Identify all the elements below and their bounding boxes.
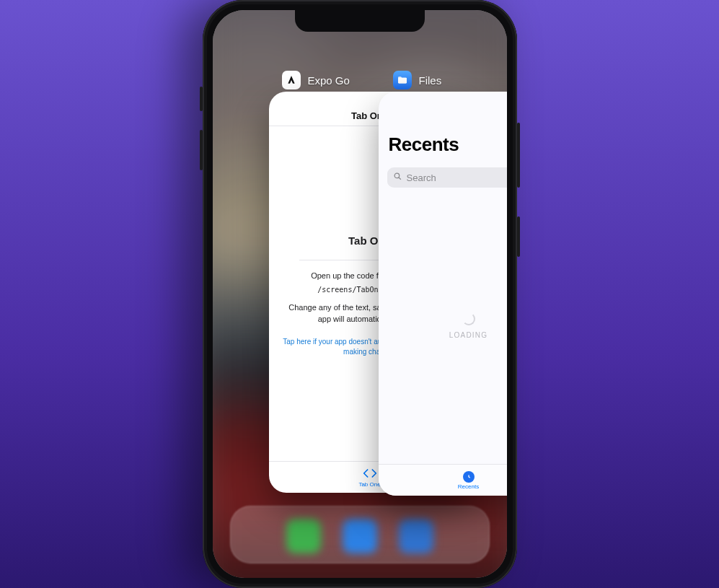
side-button [517, 216, 520, 257]
files-header: Recents [379, 92, 507, 162]
phone-screen: Expo Go Files Tab One Tab One Open up th… [213, 10, 507, 578]
app-switcher-label-text: Expo Go [308, 74, 350, 87]
svg-point-1 [394, 173, 400, 178]
search-icon [393, 172, 402, 183]
files-body: LOADING [379, 188, 507, 464]
app-card-files[interactable]: Recents Search LOADING Recents [379, 92, 507, 496]
files-search-field[interactable]: Search [387, 167, 507, 188]
mute-switch [200, 87, 203, 111]
files-loading-label: LOADING [449, 331, 488, 339]
app-switcher-label-expo[interactable]: Expo Go [282, 71, 350, 89]
app-switcher-label-text: Files [419, 74, 442, 87]
files-search-placeholder: Search [407, 172, 436, 183]
app-switcher[interactable]: Expo Go Files Tab One Tab One Open up th… [213, 10, 507, 578]
files-tab-label[interactable]: Recents [458, 483, 479, 490]
files-title: Recents [389, 133, 507, 156]
app-switcher-label-files[interactable]: Files [393, 71, 442, 89]
files-app-icon [393, 71, 412, 89]
notch [295, 10, 425, 32]
side-button [517, 123, 520, 188]
volume-button [200, 130, 203, 170]
code-icon[interactable] [363, 468, 377, 481]
iphone-device: Expo Go Files Tab One Tab One Open up th… [203, 0, 517, 588]
expo-tab-label[interactable]: Tab One [358, 481, 380, 488]
files-tab-bar: Recents [379, 464, 507, 496]
expo-app-icon [282, 71, 301, 89]
loading-spinner-icon [462, 312, 475, 325]
clock-icon[interactable] [463, 471, 475, 483]
